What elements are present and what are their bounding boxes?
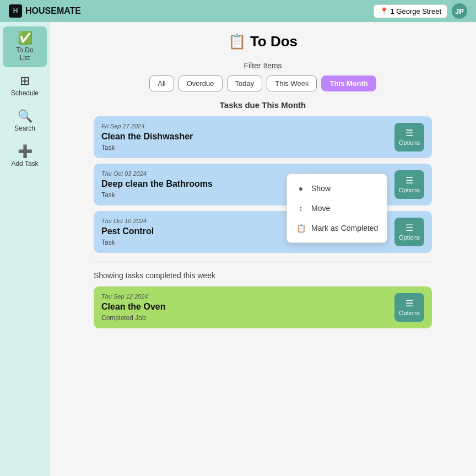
filter-today[interactable]: Today (227, 75, 263, 91)
options-button-3[interactable]: ☰ Options (394, 218, 424, 246)
sidebar-item-todo-label: To DoList (16, 46, 33, 62)
logo-icon: H (9, 4, 22, 18)
task-date: Thu Oct 03 2024 (101, 170, 213, 177)
dropdown-move-label: Move (311, 204, 330, 213)
sidebar: ✅ To DoList ⊞ Schedule 🔍 Search ➕ Add Ta… (0, 22, 50, 476)
logo: H HOUSEMATE (9, 4, 81, 18)
sidebar-item-add-task[interactable]: ➕ Add Task (3, 140, 47, 173)
tasks-section-heading: Tasks due This Month (94, 100, 432, 110)
sidebar-item-schedule[interactable]: ⊞ Schedule (3, 69, 47, 102)
filter-this-month[interactable]: This Month (321, 75, 376, 91)
filter-label: Filter Items (94, 61, 432, 70)
search-icon: 🔍 (18, 110, 33, 122)
dropdown-show-label: Show (311, 184, 331, 193)
dropdown-move[interactable]: ↕ Move (287, 198, 387, 218)
hamburger-icon: ☰ (405, 176, 413, 185)
add-task-icon: ➕ (18, 145, 33, 158)
task-date: Fri Sep 27 2024 (101, 123, 193, 129)
task-date: Thu Sep 12 2024 (101, 293, 165, 300)
options-dropdown: ● Show ↕ Move 📋 Mark as Completed (286, 174, 387, 243)
sidebar-item-search[interactable]: 🔍 Search (3, 105, 47, 138)
completed-task-card: Thu Sep 12 2024 Clean the Oven Completed… (94, 286, 432, 328)
options-button-2[interactable]: ☰ Options (394, 170, 424, 199)
dropdown-mark-completed-label: Mark as Completed (311, 224, 378, 232)
options-label: Options (399, 139, 420, 146)
header-right: 📍 1 George Street JP (374, 3, 468, 19)
task-type: Task (101, 191, 213, 199)
header: H HOUSEMATE 📍 1 George Street JP (0, 0, 476, 22)
page-title: 📋 To Dos (94, 33, 432, 50)
address-label: 1 George Street (391, 7, 442, 15)
options-button-completed[interactable]: ☰ Options (394, 293, 424, 322)
task-date: Thu Oct 10 2024 (101, 218, 154, 224)
sidebar-item-todo[interactable]: ✅ To DoList (3, 26, 47, 67)
completed-section-label: Showing tasks completed this week (94, 271, 432, 280)
options-label: Options (399, 234, 420, 241)
task-title: Pest Control (101, 226, 154, 236)
logo-text: HOUSEMATE (25, 6, 81, 16)
section-divider (94, 262, 432, 262)
filter-this-week[interactable]: This Week (267, 75, 317, 91)
avatar-button[interactable]: JP (452, 3, 467, 19)
task-card: Fri Sep 27 2024 Clean the Dishwasher Tas… (94, 116, 432, 158)
app-body: ✅ To DoList ⊞ Schedule 🔍 Search ➕ Add Ta… (0, 22, 476, 476)
task-title: Clean the Oven (101, 302, 165, 312)
filter-section: Filter Items All Overdue Today This Week… (94, 61, 432, 91)
task-type: Task (101, 239, 154, 246)
sidebar-item-schedule-label: Schedule (11, 89, 39, 97)
schedule-icon: ⊞ (20, 75, 30, 87)
address-button[interactable]: 📍 1 George Street (374, 4, 448, 18)
hamburger-icon: ☰ (405, 224, 413, 232)
hamburger-icon: ☰ (405, 129, 413, 138)
task-title: Deep clean the Bathrooms (101, 179, 213, 189)
page-title-text: To Dos (250, 33, 298, 50)
task-card-left: Fri Sep 27 2024 Clean the Dishwasher Tas… (101, 123, 193, 152)
show-icon: ● (296, 184, 306, 193)
options-label: Options (399, 187, 420, 193)
task-type: Task (101, 144, 193, 152)
page-title-icon: 📋 (228, 33, 246, 50)
task-card-left: Thu Oct 10 2024 Pest Control Task (101, 218, 154, 246)
options-button-1[interactable]: ☰ Options (394, 123, 424, 152)
filter-overdue[interactable]: Overdue (178, 75, 223, 91)
task-title: Clean the Dishwasher (101, 132, 193, 142)
task-type: Completed Job (101, 314, 165, 322)
dropdown-mark-completed[interactable]: 📋 Mark as Completed (287, 218, 387, 238)
task-card-left: Thu Oct 03 2024 Deep clean the Bathrooms… (101, 170, 213, 199)
sidebar-item-search-label: Search (14, 125, 35, 132)
main-content: 📋 To Dos Filter Items All Overdue Today … (50, 22, 476, 476)
task-card-left: Thu Sep 12 2024 Clean the Oven Completed… (101, 293, 165, 322)
options-label: Options (399, 310, 420, 316)
todo-icon: ✅ (18, 32, 33, 44)
location-icon: 📍 (380, 7, 388, 15)
move-icon: ↕ (296, 204, 306, 213)
filter-buttons: All Overdue Today This Week This Month (94, 75, 432, 91)
sidebar-item-add-task-label: Add Task (11, 160, 38, 167)
dropdown-show[interactable]: ● Show (287, 178, 387, 198)
hamburger-icon: ☰ (405, 299, 413, 308)
filter-all[interactable]: All (149, 75, 174, 91)
mark-completed-icon: 📋 (296, 224, 306, 232)
